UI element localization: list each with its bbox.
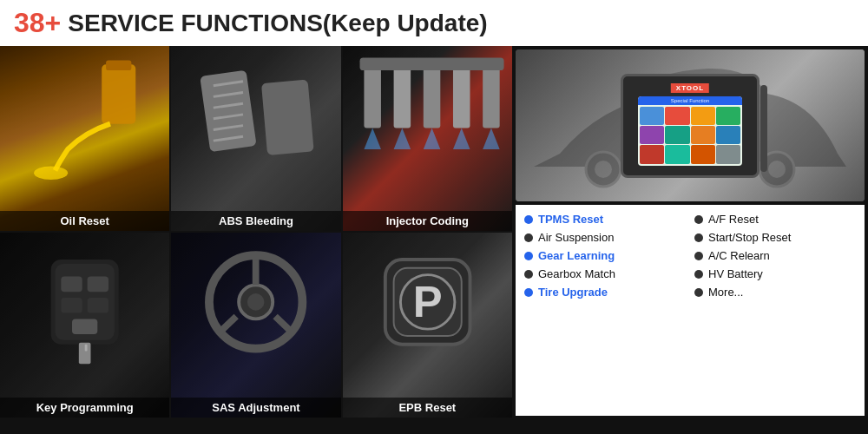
svg-line-29 [218,316,236,334]
feature-label-af: A/F Reset [708,213,759,226]
service-count: 38+ [14,7,61,39]
feature-dot-gear [524,252,533,260]
main-container: 38+ SERVICE FUNCTIONS(Keep Update) [0,0,868,434]
screen-icon-6 [665,126,689,144]
screen-header: Special Function [638,96,742,105]
injector-coding-item: Injector Coding [343,46,512,231]
screen-icon-12 [716,145,740,163]
feature-dot-gearbox [524,270,533,279]
screen-grid [638,105,742,166]
feature-hv-battery: HV Battery [694,265,856,283]
feature-gearbox-match: Gearbox Match [524,265,686,283]
oil-reset-item: Oil Reset [0,46,169,231]
feature-label-gear: Gear Learning [538,249,615,262]
svg-rect-21 [61,298,82,313]
svg-point-61 [768,161,786,178]
svg-text:P: P [412,277,442,326]
screen-icon-4 [716,107,740,125]
screen-icon-8 [716,126,740,144]
svg-point-2 [34,166,68,180]
screen-icon-3 [691,107,715,125]
svg-rect-19 [61,277,82,293]
feature-dot-tpms [524,215,533,224]
features-list: TPMS Reset Air Suspension Gear Learning … [516,205,865,416]
svg-point-31 [247,293,265,311]
sas-adjustment-label: SAS Adjustment [171,398,340,418]
screen-icon-2 [665,107,689,125]
main-content: Oil Reset ABS [0,46,868,419]
feature-startstop: Start/Stop Reset [694,228,856,247]
header-title: SERVICE FUNCTIONS(Keep Update) [68,10,487,37]
abs-bleeding-label: ABS Bleeding [171,211,340,231]
xtool-device: XTOOL Special Function [621,74,760,178]
key-programming-label: Key Programming [0,398,169,418]
svg-rect-0 [102,64,135,123]
feature-dot-hv [694,270,703,279]
features-col2: A/F Reset Start/Stop Reset A/C Relearn H… [694,210,856,301]
device-image: XTOOL Special Function [516,49,865,201]
feature-label-air: Air Suspension [538,231,614,244]
sas-adjustment-item: SAS Adjustment [171,233,340,418]
feature-dot-air [524,233,533,242]
screen-icon-11 [691,145,715,163]
feature-label-hv: HV Battery [708,267,763,280]
svg-rect-23 [72,319,97,334]
feature-af-reset: A/F Reset [694,210,856,228]
right-panel: XTOOL Special Function [512,46,868,419]
svg-rect-20 [88,277,108,293]
feature-label-startstop: Start/Stop Reset [708,231,791,244]
device-handle [760,85,767,172]
feature-label-tpms: TPMS Reset [538,213,603,226]
svg-rect-4 [261,80,314,155]
svg-line-30 [275,316,293,334]
screen-icon-5 [640,126,664,144]
svg-rect-25 [85,345,88,352]
feature-ac-relearn: A/C Relearn [694,247,856,265]
svg-rect-16 [359,57,503,70]
feature-label-tire: Tire Upgrade [538,286,608,299]
feature-label-more: More... [708,286,743,299]
brand-logo: XTOOL [671,83,709,93]
epb-reset-item: P EPB Reset [343,233,512,418]
screen-icon-1 [640,107,664,125]
device-screen: Special Function [638,96,742,166]
feature-dot-startstop [694,233,703,242]
features-col1: TPMS Reset Air Suspension Gear Learning … [524,210,686,301]
key-programming-item: Key Programming [0,233,169,418]
svg-rect-1 [106,60,131,70]
screen-icon-7 [691,126,715,144]
feature-tpms: TPMS Reset [524,210,686,228]
screen-icon-9 [640,145,664,163]
screen-icon-10 [665,145,689,163]
svg-point-60 [595,161,612,178]
feature-dot-tire [524,288,533,297]
header-bar: 38+ SERVICE FUNCTIONS(Keep Update) [0,0,868,46]
oil-reset-label: Oil Reset [0,211,169,231]
abs-bleeding-item: ABS Bleeding [171,46,340,231]
feature-dot-af [694,215,703,224]
feature-label-gearbox: Gearbox Match [538,267,615,280]
svg-rect-22 [88,298,108,313]
epb-reset-label: EPB Reset [343,398,512,418]
feature-dot-ac [694,252,703,260]
feature-tire-upgrade: Tire Upgrade [524,283,686,301]
service-grid: Oil Reset ABS [0,46,512,419]
feature-air-suspension: Air Suspension [524,228,686,247]
feature-gear-learning: Gear Learning [524,247,686,265]
injector-coding-label: Injector Coding [343,211,512,231]
feature-more: More... [694,283,856,301]
feature-dot-more [694,288,703,297]
feature-label-ac: A/C Relearn [708,249,770,262]
